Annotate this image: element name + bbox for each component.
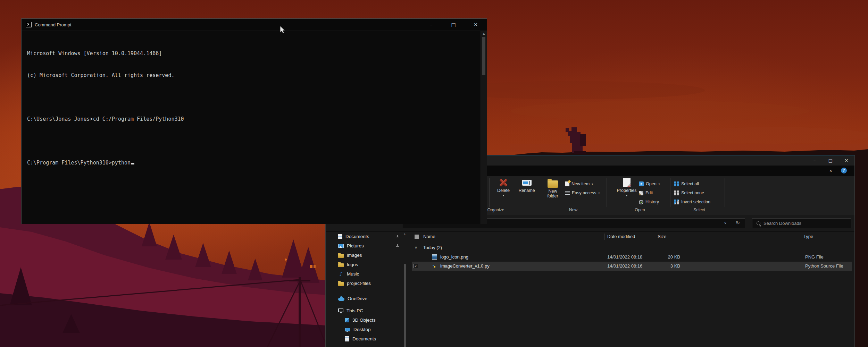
column-header-date[interactable]: Date modified — [607, 232, 635, 242]
sidebar-item-project-files[interactable]: project-files — [326, 279, 412, 288]
group-collapse-icon[interactable]: ∨ — [415, 244, 417, 252]
new-item-button[interactable]: New item ▾ — [565, 180, 593, 188]
refresh-icon[interactable]: ↻ — [736, 220, 740, 226]
delete-button[interactable]: Delete ▾ — [493, 178, 514, 207]
select-all-checkbox[interactable] — [415, 235, 419, 239]
ribbon-separator — [489, 178, 490, 207]
invert-selection-button[interactable]: Invert selection — [674, 198, 710, 206]
document-icon — [345, 336, 349, 341]
column-header-name[interactable]: Name — [423, 232, 435, 242]
this-pc-icon — [338, 308, 343, 312]
scrollbar-thumb[interactable] — [482, 37, 485, 75]
select-none-label: Select none — [681, 191, 704, 195]
sidebar-item-documents-pc[interactable]: Documents — [326, 334, 412, 344]
address-dropdown-icon[interactable]: ∨ — [724, 221, 727, 225]
easy-access-button[interactable]: Easy access ▾ — [565, 189, 600, 197]
ribbon-separator — [540, 178, 540, 207]
terminal-line — [27, 137, 481, 145]
file-row-image-converter[interactable]: ✓ imageConverter_v1.0.py 14/01/2022 08:1… — [412, 262, 852, 271]
open-button[interactable]: Open ▾ — [639, 180, 660, 188]
sidebar-item-label: 3D Objects — [352, 318, 376, 323]
column-header-size[interactable]: Size — [658, 232, 666, 242]
column-separator[interactable] — [656, 234, 656, 240]
folder-icon — [338, 254, 344, 258]
terminal-prompt-line: C:\Program Files\Python310>python — [27, 159, 481, 167]
cmd-titlebar[interactable]: Command Prompt – □ ✕ — [22, 19, 487, 31]
column-separator[interactable] — [604, 234, 605, 240]
cmd-maximize-button[interactable]: □ — [442, 19, 465, 31]
row-checkbox-checked[interactable]: ✓ — [414, 264, 418, 268]
document-icon — [338, 234, 342, 239]
history-button[interactable]: History — [639, 198, 659, 206]
cmd-scrollbar[interactable]: ▲ — [481, 31, 487, 224]
png-file-icon — [432, 254, 437, 260]
column-separator[interactable] — [749, 234, 749, 240]
sidebar-item-music[interactable]: ♪ Music — [326, 269, 412, 279]
edit-label: Edit — [645, 191, 653, 195]
sidebar-item-label: OneDrive — [348, 296, 367, 301]
edit-button[interactable]: Edit — [639, 189, 653, 197]
sidebar-item-desktop[interactable]: Desktop — [326, 325, 412, 334]
onedrive-cloud-icon — [338, 298, 344, 301]
sidebar-item-pictures[interactable]: Pictures — [326, 241, 412, 251]
column-header-type[interactable]: Type — [803, 232, 813, 242]
open-icon — [639, 181, 644, 186]
sidebar-item-onedrive[interactable]: OneDrive — [326, 294, 412, 303]
group-label: Today (2) — [423, 244, 442, 252]
search-icon — [757, 221, 760, 225]
scrollbar-thumb[interactable] — [404, 264, 406, 347]
select-none-button[interactable]: Select none — [674, 189, 704, 197]
music-icon: ♪ — [338, 271, 344, 277]
cmd-minimize-button[interactable]: – — [420, 19, 442, 31]
select-all-button[interactable]: Select all — [674, 180, 699, 188]
new-item-icon — [565, 181, 569, 186]
caret-down-icon: ▾ — [659, 183, 660, 186]
explorer-maximize-button[interactable]: □ — [823, 155, 838, 166]
ribbon-collapse-icon[interactable]: ∧ — [829, 168, 832, 173]
file-row-logo-icon[interactable]: logo_icon.png 14/01/2022 08:18 20 KB PNG… — [412, 253, 852, 262]
explorer-close-button[interactable]: ✕ — [838, 155, 854, 166]
sidebar-item-label: Pictures — [347, 243, 364, 248]
group-header-today[interactable]: ∨ Today (2) — [412, 244, 852, 252]
sidebar-item-documents[interactable]: Documents — [326, 232, 412, 241]
search-placeholder: Search Downloads — [763, 221, 801, 226]
sidebar-item-images[interactable]: images — [326, 251, 412, 260]
file-type: Python Source File — [805, 262, 843, 271]
navigation-pane: Documents Pictures images logos ♪ Music … — [326, 231, 412, 347]
group-label-new: New — [549, 208, 598, 213]
terminal-line: (c) Microsoft Corporation. All rights re… — [27, 72, 481, 79]
sidebar-scrollbar[interactable]: ∧ — [402, 232, 407, 347]
delete-icon — [499, 178, 508, 187]
help-icon[interactable]: ? — [841, 168, 847, 174]
terminal-cursor — [131, 163, 134, 164]
sidebar-item-label: logos — [347, 262, 358, 267]
properties-icon: ✓ — [623, 178, 631, 187]
new-folder-label: New folder — [545, 189, 560, 198]
caret-down-icon: ▾ — [592, 183, 593, 186]
rename-button[interactable]: Rename — [516, 178, 538, 207]
folder-icon — [338, 263, 344, 267]
file-name: logo_icon.png — [440, 253, 468, 262]
search-input[interactable]: Search Downloads — [752, 218, 851, 228]
new-folder-button[interactable]: New folder — [542, 178, 563, 207]
scroll-up-icon[interactable]: ∧ — [402, 232, 407, 237]
sidebar-item-logos[interactable]: logos — [326, 260, 412, 269]
properties-label: Properties — [617, 188, 637, 193]
select-none-icon — [674, 191, 679, 195]
properties-button[interactable]: ✓ Properties ▾ — [615, 178, 638, 207]
column-headers: Name Date modified Size Type — [412, 232, 852, 242]
scroll-up-icon[interactable]: ▲ — [481, 31, 487, 36]
file-date: 14/01/2022 08:16 — [607, 262, 642, 271]
delete-label: Delete — [497, 188, 510, 193]
sidebar-item-label: project-files — [347, 281, 371, 286]
cmd-close-button[interactable]: ✕ — [465, 19, 487, 31]
edit-icon — [639, 191, 643, 195]
file-date: 14/01/2022 08:18 — [607, 253, 642, 262]
sidebar-item-3d-objects[interactable]: 3D Objects — [326, 315, 412, 325]
command-prompt-window: Command Prompt – □ ✕ Microsoft Windows [… — [21, 18, 487, 224]
ribbon-separator — [725, 178, 725, 207]
terminal-output[interactable]: Microsoft Windows [Version 10.0.19044.14… — [22, 31, 481, 224]
explorer-minimize-button[interactable]: – — [807, 155, 823, 166]
terminal-prompt-text: C:\Program Files\Python310>python — [27, 160, 131, 166]
sidebar-item-this-pc[interactable]: This PC — [326, 306, 412, 315]
